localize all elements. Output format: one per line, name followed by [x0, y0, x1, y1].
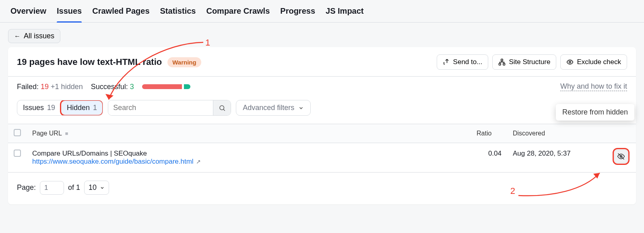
issues-hidden-toggle: Issues 19 Hidden 1 [17, 100, 103, 116]
table-row: Compare URLs/Domains | SEOquake https://… [8, 143, 636, 173]
page-of-label: of 1 [68, 183, 80, 192]
restore-from-hidden-button[interactable] [614, 150, 628, 163]
severity-badge: Warning [167, 57, 201, 67]
col-page-url[interactable]: Page URL ≡ [27, 124, 471, 143]
results-table: Page URL ≡ Ratio Discovered Restore from… [8, 124, 636, 173]
sort-icon: ≡ [65, 131, 68, 137]
all-issues-button[interactable]: ← All issues [8, 29, 60, 43]
tab-issues[interactable]: Issues [57, 6, 82, 22]
restore-tooltip: Restore from hidden [556, 104, 634, 121]
back-arrow-icon: ← [14, 33, 21, 40]
page-label: Page: [17, 183, 36, 192]
send-to-button[interactable]: Send to... [437, 54, 489, 70]
sitemap-icon [498, 58, 506, 66]
chevron-down-icon [298, 105, 304, 111]
toggle-issues[interactable]: Issues 19 [17, 100, 61, 115]
advanced-filters-button[interactable]: Advanced filters [236, 100, 311, 116]
page-size-select[interactable]: 10 [84, 181, 109, 195]
search-icon [219, 104, 226, 112]
select-all-checkbox[interactable] [14, 129, 21, 136]
row-ratio: 0.04 [471, 143, 507, 173]
svg-rect-0 [501, 59, 503, 61]
col-ratio[interactable]: Ratio [471, 124, 507, 143]
tab-js-impact[interactable]: JS Impact [326, 6, 363, 22]
successful-stat: Successful: 3 [91, 83, 134, 91]
main-tabs: Overview Issues Crawled Pages Statistics… [0, 0, 644, 23]
issue-card: 1 19 pages have low text-HTML ratio Warn… [8, 47, 636, 204]
row-checkbox[interactable] [14, 150, 21, 157]
tab-progress[interactable]: Progress [280, 6, 315, 22]
exclude-check-button[interactable]: Exclude check [560, 54, 627, 70]
all-issues-label: All issues [24, 32, 54, 40]
row-title: Compare URLs/Domains | SEOquake [32, 150, 465, 158]
row-url-link[interactable]: https://www.seoquake.com/guide/basic/com… [32, 158, 201, 165]
search-button[interactable] [213, 100, 231, 115]
eye-off-icon [617, 152, 625, 160]
why-how-fix-link[interactable]: Why and how to fix it [560, 82, 627, 91]
svg-point-4 [220, 106, 224, 110]
share-icon [443, 58, 450, 66]
ratio-bar [142, 84, 190, 89]
svg-rect-1 [499, 63, 501, 65]
col-discovered[interactable]: Discovered [507, 124, 604, 143]
svg-rect-2 [503, 63, 505, 65]
failed-stat: Failed: 19 +1 hidden [17, 83, 83, 91]
issue-title: 19 pages have low text-HTML ratio [17, 57, 162, 67]
search-box [108, 100, 231, 116]
page-number-input[interactable] [40, 181, 64, 195]
tab-compare-crawls[interactable]: Compare Crawls [206, 6, 270, 22]
site-structure-button[interactable]: Site Structure [492, 54, 556, 70]
tab-statistics[interactable]: Statistics [160, 6, 196, 22]
external-link-icon: ↗ [196, 158, 201, 165]
pagination: Page: of 1 10 [8, 173, 636, 204]
svg-point-3 [569, 61, 571, 63]
tab-overview[interactable]: Overview [10, 6, 46, 22]
chevron-down-icon [100, 185, 105, 190]
toggle-hidden[interactable]: Hidden 1 [61, 100, 103, 115]
row-discovered: Aug 28, 2020, 5:37 [507, 143, 604, 173]
eye-icon [566, 58, 574, 66]
tab-crawled-pages[interactable]: Crawled Pages [92, 6, 149, 22]
search-input[interactable] [108, 100, 213, 115]
